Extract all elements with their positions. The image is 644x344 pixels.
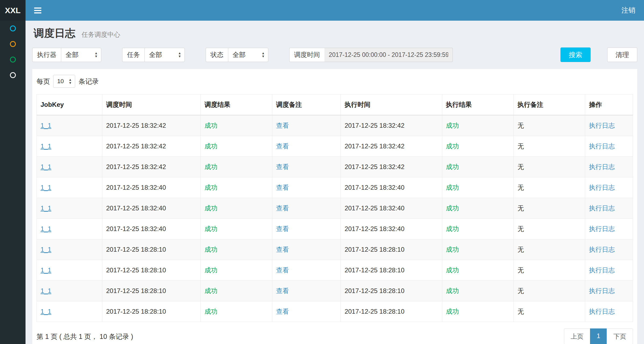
handle-msg-cell: 无 (513, 281, 585, 301)
sidebar-menu-item-1[interactable] (0, 21, 26, 36)
pagination-prev-button[interactable]: 上页 (564, 328, 590, 344)
exec-log-link[interactable]: 执行日志 (589, 163, 615, 170)
exec-log-link[interactable]: 执行日志 (589, 142, 615, 150)
jobkey-link[interactable]: 1_1 (41, 204, 51, 212)
exec-log-link[interactable]: 执行日志 (589, 204, 615, 212)
circle-icon (10, 25, 16, 31)
handle-result-cell: 成功 (442, 157, 513, 177)
page-summary: 第 1 页 ( 总共 1 页， 10 条记录 ) (37, 332, 133, 341)
circle-icon (10, 72, 16, 78)
trigger-time-filter-label: 调度时间 (289, 48, 324, 62)
status-select[interactable]: 全部 (228, 48, 268, 62)
handle-time-cell: 2017-12-25 18:28:10 (341, 281, 442, 301)
trigger-msg-link[interactable]: 查看 (276, 308, 289, 315)
trigger-result-cell: 成功 (201, 281, 272, 301)
trigger-msg-link[interactable]: 查看 (276, 287, 289, 294)
table-row: 1_1 2017-12-25 18:32:40 成功 查看 2017-12-25… (37, 177, 633, 198)
handle-result-cell: 成功 (442, 239, 513, 260)
trigger-msg-link[interactable]: 查看 (276, 204, 289, 212)
trigger-result-cell: 成功 (201, 115, 272, 136)
jobkey-link[interactable]: 1_1 (41, 163, 51, 170)
col-header-jobkey: JobKey (37, 94, 102, 115)
jobkey-link[interactable]: 1_1 (41, 287, 51, 294)
job-select[interactable]: 全部 (144, 48, 185, 62)
pagination-page-1[interactable]: 1 (590, 328, 607, 344)
pagination-next-button[interactable]: 下页 (607, 328, 633, 344)
handle-time-cell: 2017-12-25 18:32:42 (341, 157, 442, 177)
handle-msg-cell: 无 (513, 198, 585, 219)
trigger-msg-link[interactable]: 查看 (276, 163, 289, 170)
trigger-msg-link[interactable]: 查看 (276, 142, 289, 150)
log-table: JobKey 调度时间 调度结果 调度备注 执行时间 执行结果 执行备注 操作 … (37, 94, 633, 322)
clear-button[interactable]: 清理 (607, 47, 637, 62)
col-header-handle-msg: 执行备注 (513, 94, 585, 115)
col-header-handle-result: 执行结果 (442, 94, 513, 115)
jobkey-link[interactable]: 1_1 (41, 142, 51, 150)
handle-result-cell: 成功 (442, 260, 513, 281)
sidebar (0, 21, 26, 344)
trigger-msg-link[interactable]: 查看 (276, 122, 289, 129)
col-header-trigger-time: 调度时间 (102, 94, 201, 115)
jobkey-link[interactable]: 1_1 (41, 266, 51, 274)
logout-link[interactable]: 注销 (613, 0, 644, 21)
col-header-handle-time: 执行时间 (341, 94, 442, 115)
exec-log-link[interactable]: 执行日志 (589, 122, 615, 129)
pagination: 上页 1 下页 (564, 328, 633, 344)
log-table-body: 1_1 2017-12-25 18:32:42 成功 查看 2017-12-25… (37, 115, 633, 322)
trigger-msg-link[interactable]: 查看 (276, 246, 289, 253)
trigger-result-cell: 成功 (201, 239, 272, 260)
sidebar-menu-item-3[interactable] (0, 52, 26, 67)
handle-result-cell: 成功 (442, 281, 513, 301)
status-filter-group: 状态 全部 (206, 48, 268, 62)
navbar-main: 注销 (26, 0, 644, 21)
jobkey-link[interactable]: 1_1 (41, 308, 51, 315)
handle-msg-cell: 无 (513, 115, 585, 136)
trigger-time-cell: 2017-12-25 18:28:10 (102, 260, 201, 281)
jobkey-link[interactable]: 1_1 (41, 184, 51, 191)
trigger-result-cell: 成功 (201, 301, 272, 322)
handle-msg-cell: 无 (513, 239, 585, 260)
table-row: 1_1 2017-12-25 18:28:10 成功 查看 2017-12-25… (37, 260, 633, 281)
job-filter-group: 任务 全部 (122, 48, 185, 62)
handle-result-cell: 成功 (442, 301, 513, 322)
handle-time-cell: 2017-12-25 18:28:10 (341, 260, 442, 281)
handle-time-cell: 2017-12-25 18:28:10 (341, 239, 442, 260)
handle-result-cell: 成功 (442, 198, 513, 219)
exec-log-link[interactable]: 执行日志 (589, 287, 615, 294)
page-size-select[interactable]: 10 (53, 75, 75, 88)
page-subtitle: 任务调度中心 (82, 31, 120, 38)
exec-log-link[interactable]: 执行日志 (589, 246, 615, 253)
handle-time-cell: 2017-12-25 18:32:40 (341, 177, 442, 198)
exec-log-link[interactable]: 执行日志 (589, 225, 615, 232)
jobkey-link[interactable]: 1_1 (41, 122, 51, 129)
exec-log-link[interactable]: 执行日志 (589, 184, 615, 191)
sidebar-toggle-button[interactable] (26, 0, 50, 21)
table-row: 1_1 2017-12-25 18:32:40 成功 查看 2017-12-25… (37, 219, 633, 239)
page-size-row: 每页 10 条记录 (37, 75, 633, 88)
sidebar-menu-item-2[interactable] (0, 36, 26, 52)
search-button[interactable]: 搜索 (560, 47, 591, 62)
handle-result-cell: 成功 (442, 219, 513, 239)
handle-msg-cell: 无 (513, 219, 585, 239)
trigger-msg-link[interactable]: 查看 (276, 184, 289, 191)
filter-toolbar: 执行器 全部 任务 全部 状态 全部 调度时间 搜索 (32, 47, 637, 62)
trigger-msg-link[interactable]: 查看 (276, 266, 289, 274)
exec-log-link[interactable]: 执行日志 (589, 266, 615, 274)
jobkey-link[interactable]: 1_1 (41, 225, 51, 232)
trigger-msg-link[interactable]: 查看 (276, 225, 289, 232)
handle-time-cell: 2017-12-25 18:32:42 (341, 136, 442, 157)
table-row: 1_1 2017-12-25 18:28:10 成功 查看 2017-12-25… (37, 239, 633, 260)
main-content: 调度日志 任务调度中心 执行器 全部 任务 全部 状态 全部 (26, 21, 644, 344)
trigger-time-cell: 2017-12-25 18:32:40 (102, 219, 201, 239)
app-logo[interactable]: XXL (0, 0, 26, 21)
handle-time-cell: 2017-12-25 18:32:42 (341, 115, 442, 136)
trigger-time-range-input[interactable] (324, 48, 453, 62)
jobkey-link[interactable]: 1_1 (41, 246, 51, 253)
executor-select[interactable]: 全部 (61, 48, 101, 62)
job-filter-label: 任务 (122, 48, 144, 62)
trigger-time-filter-group: 调度时间 (289, 48, 453, 62)
exec-log-link[interactable]: 执行日志 (589, 308, 615, 315)
sidebar-menu-item-4[interactable] (0, 67, 26, 83)
trigger-result-cell: 成功 (201, 136, 272, 157)
trigger-result-cell: 成功 (201, 198, 272, 219)
